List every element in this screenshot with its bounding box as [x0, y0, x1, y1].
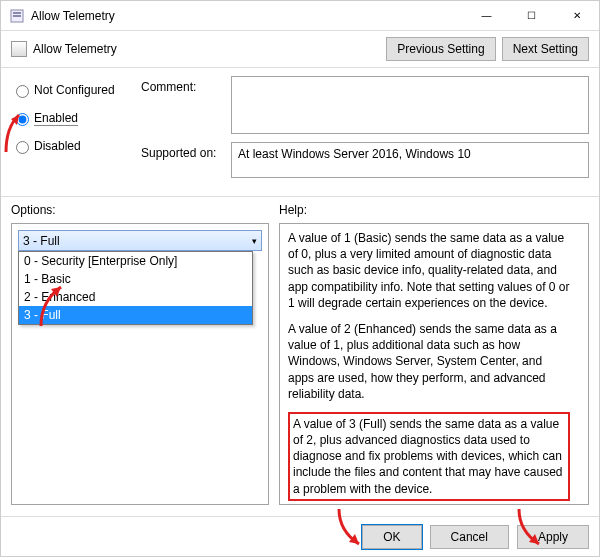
comment-row: Comment:: [141, 76, 589, 134]
dropdown-item-1[interactable]: 1 - Basic: [19, 270, 252, 288]
radio-enabled-input[interactable]: [16, 113, 29, 126]
header-row: Allow Telemetry Previous Setting Next Se…: [1, 31, 599, 68]
svg-rect-1: [13, 12, 21, 14]
radio-disabled[interactable]: Disabled: [11, 138, 141, 154]
radio-disabled-label: Disabled: [34, 139, 81, 153]
ok-button[interactable]: OK: [362, 525, 421, 549]
dropdown-item-3[interactable]: 3 - Full: [19, 306, 252, 324]
policy-header-icon: [11, 41, 27, 57]
radio-not-configured-input[interactable]: [16, 85, 29, 98]
help-label: Help:: [279, 203, 589, 217]
highlight-box: A value of 3 (Full) sends the same data …: [288, 412, 570, 501]
footer: OK Cancel Apply: [1, 516, 599, 556]
supported-label: Supported on:: [141, 142, 231, 160]
comment-label: Comment:: [141, 76, 231, 94]
help-text-p3: A value of 3 (Full) sends the same data …: [293, 417, 563, 496]
minimize-button[interactable]: —: [464, 1, 509, 30]
config-area: Not Configured Enabled Disabled Comment:…: [1, 68, 599, 197]
fields-column: Comment: Supported on: At least Windows …: [141, 76, 589, 186]
radio-enabled[interactable]: Enabled: [11, 110, 141, 126]
radio-not-configured[interactable]: Not Configured: [11, 82, 141, 98]
maximize-button[interactable]: ☐: [509, 1, 554, 30]
radio-enabled-label: Enabled: [34, 111, 78, 125]
chevron-down-icon: ▾: [252, 236, 257, 246]
svg-rect-2: [13, 15, 21, 17]
close-button[interactable]: ✕: [554, 1, 599, 30]
options-column: Options: 3 - Full ▾ 0 - Security [Enterp…: [11, 203, 269, 505]
radio-disabled-input[interactable]: [16, 141, 29, 154]
policy-title: Allow Telemetry: [33, 42, 380, 56]
window-title: Allow Telemetry: [31, 9, 464, 23]
help-column: Help: A value of 1 (Basic) sends the sam…: [279, 203, 589, 505]
policy-icon: [9, 8, 25, 24]
radio-group: Not Configured Enabled Disabled: [11, 76, 141, 186]
telemetry-level-dropdown[interactable]: 3 - Full ▾: [18, 230, 262, 251]
supported-row: Supported on: At least Windows Server 20…: [141, 142, 589, 178]
comment-input[interactable]: [231, 76, 589, 134]
radio-not-configured-label: Not Configured: [34, 83, 115, 97]
cancel-button[interactable]: Cancel: [430, 525, 509, 549]
previous-setting-button[interactable]: Previous Setting: [386, 37, 495, 61]
help-panel[interactable]: A value of 1 (Basic) sends the same data…: [279, 223, 589, 505]
next-setting-button[interactable]: Next Setting: [502, 37, 589, 61]
apply-button[interactable]: Apply: [517, 525, 589, 549]
dropdown-item-2[interactable]: 2 - Enhanced: [19, 288, 252, 306]
help-text-p1: A value of 1 (Basic) sends the same data…: [288, 230, 570, 311]
dropdown-list: 0 - Security [Enterprise Only] 1 - Basic…: [18, 251, 253, 325]
dropdown-item-0[interactable]: 0 - Security [Enterprise Only]: [19, 252, 252, 270]
window-controls: — ☐ ✕: [464, 1, 599, 30]
dropdown-selected-value: 3 - Full: [23, 234, 60, 248]
options-panel: 3 - Full ▾ 0 - Security [Enterprise Only…: [11, 223, 269, 505]
options-label: Options:: [11, 203, 269, 217]
help-text-p2: A value of 2 (Enhanced) sends the same d…: [288, 321, 570, 402]
lower-area: Options: 3 - Full ▾ 0 - Security [Enterp…: [1, 197, 599, 505]
supported-on-value: At least Windows Server 2016, Windows 10: [231, 142, 589, 178]
title-bar: Allow Telemetry — ☐ ✕: [1, 1, 599, 31]
